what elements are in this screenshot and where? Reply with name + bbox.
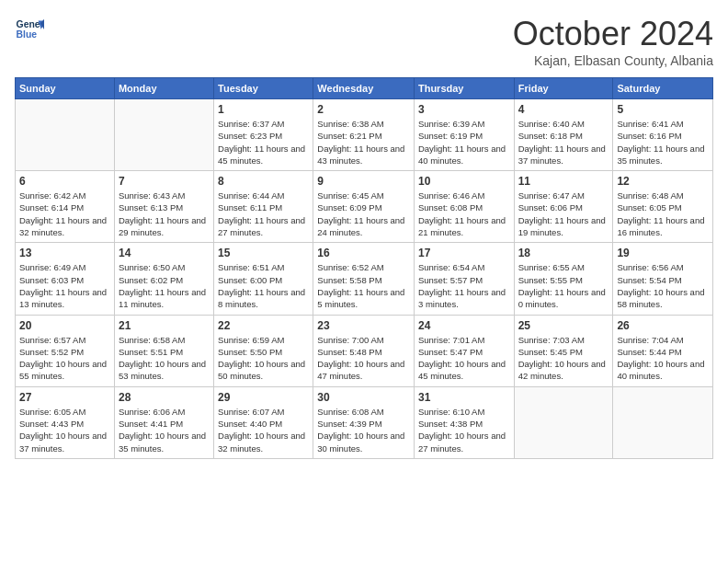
day-number: 18: [518, 247, 609, 259]
day-detail: Sunrise: 6:50 AM Sunset: 6:02 PM Dayligh…: [119, 261, 210, 310]
calendar-week-row: 20Sunrise: 6:57 AM Sunset: 5:52 PM Dayli…: [16, 315, 713, 386]
day-number: 4: [518, 103, 609, 116]
calendar-cell: 18Sunrise: 6:55 AM Sunset: 5:55 PM Dayli…: [514, 243, 613, 315]
day-number: 26: [617, 319, 709, 332]
day-detail: Sunrise: 6:08 AM Sunset: 4:39 PM Dayligh…: [317, 406, 410, 454]
day-detail: Sunrise: 6:40 AM Sunset: 6:18 PM Dayligh…: [518, 118, 609, 167]
day-detail: Sunrise: 6:07 AM Sunset: 4:40 PM Dayligh…: [218, 406, 309, 454]
day-number: 22: [218, 319, 309, 332]
calendar-cell: 3Sunrise: 6:39 AM Sunset: 6:19 PM Daylig…: [414, 99, 514, 171]
day-number: 21: [119, 319, 210, 332]
day-number: 15: [218, 247, 309, 259]
calendar-cell: [16, 99, 115, 171]
calendar-cell: [514, 386, 613, 458]
calendar-cell: 11Sunrise: 6:47 AM Sunset: 6:06 PM Dayli…: [514, 171, 613, 243]
day-number: 25: [518, 319, 609, 332]
location-subtitle: Kajan, Elbasan County, Albania: [513, 53, 713, 68]
calendar-cell: 27Sunrise: 6:05 AM Sunset: 4:43 PM Dayli…: [16, 386, 115, 458]
day-detail: Sunrise: 6:56 AM Sunset: 5:54 PM Dayligh…: [617, 261, 709, 310]
day-number: 13: [19, 247, 110, 259]
calendar-cell: 15Sunrise: 6:51 AM Sunset: 6:00 PM Dayli…: [214, 243, 313, 315]
day-number: 10: [418, 175, 510, 188]
day-detail: Sunrise: 6:37 AM Sunset: 6:23 PM Dayligh…: [218, 118, 309, 167]
calendar-week-row: 27Sunrise: 6:05 AM Sunset: 4:43 PM Dayli…: [16, 386, 713, 458]
calendar-cell: 8Sunrise: 6:44 AM Sunset: 6:11 PM Daylig…: [214, 171, 313, 243]
day-detail: Sunrise: 6:52 AM Sunset: 5:58 PM Dayligh…: [317, 261, 410, 310]
calendar-cell: 5Sunrise: 6:41 AM Sunset: 6:16 PM Daylig…: [613, 99, 713, 171]
calendar-cell: 17Sunrise: 6:54 AM Sunset: 5:57 PM Dayli…: [414, 243, 514, 315]
day-number: 31: [418, 391, 510, 404]
calendar-cell: 9Sunrise: 6:45 AM Sunset: 6:09 PM Daylig…: [313, 171, 415, 243]
day-of-week-header: Tuesday: [214, 78, 313, 99]
day-number: 3: [418, 103, 510, 116]
day-number: 7: [119, 175, 210, 188]
page-header: General Blue October 2024 Kajan, Elbasan…: [15, 15, 713, 68]
day-number: 8: [218, 175, 309, 188]
day-number: 14: [119, 247, 210, 259]
calendar-cell: 20Sunrise: 6:57 AM Sunset: 5:52 PM Dayli…: [16, 315, 115, 386]
day-detail: Sunrise: 6:48 AM Sunset: 6:05 PM Dayligh…: [617, 190, 709, 238]
calendar-cell: 22Sunrise: 6:59 AM Sunset: 5:50 PM Dayli…: [214, 315, 313, 386]
day-number: 5: [617, 103, 709, 116]
day-detail: Sunrise: 6:38 AM Sunset: 6:21 PM Dayligh…: [317, 118, 410, 167]
calendar-cell: 4Sunrise: 6:40 AM Sunset: 6:18 PM Daylig…: [514, 99, 613, 171]
calendar-cell: 30Sunrise: 6:08 AM Sunset: 4:39 PM Dayli…: [313, 386, 415, 458]
day-number: 28: [119, 391, 210, 404]
day-of-week-header: Wednesday: [313, 78, 415, 99]
calendar-week-row: 13Sunrise: 6:49 AM Sunset: 6:03 PM Dayli…: [16, 243, 713, 315]
calendar-cell: 31Sunrise: 6:10 AM Sunset: 4:38 PM Dayli…: [414, 386, 514, 458]
day-detail: Sunrise: 6:39 AM Sunset: 6:19 PM Dayligh…: [418, 118, 510, 167]
day-detail: Sunrise: 6:59 AM Sunset: 5:50 PM Dayligh…: [218, 334, 309, 383]
calendar-table: SundayMondayTuesdayWednesdayThursdayFrid…: [15, 77, 713, 459]
day-number: 23: [317, 319, 410, 332]
day-detail: Sunrise: 6:41 AM Sunset: 6:16 PM Dayligh…: [617, 118, 709, 167]
calendar-header: SundayMondayTuesdayWednesdayThursdayFrid…: [16, 78, 713, 99]
calendar-cell: 14Sunrise: 6:50 AM Sunset: 6:02 PM Dayli…: [114, 243, 213, 315]
day-number: 16: [317, 247, 410, 259]
calendar-cell: 2Sunrise: 6:38 AM Sunset: 6:21 PM Daylig…: [313, 99, 415, 171]
day-of-week-header: Thursday: [414, 78, 514, 99]
calendar-cell: 28Sunrise: 6:06 AM Sunset: 4:41 PM Dayli…: [114, 386, 213, 458]
day-number: 2: [317, 103, 410, 116]
day-detail: Sunrise: 6:47 AM Sunset: 6:06 PM Dayligh…: [518, 190, 609, 238]
day-detail: Sunrise: 6:58 AM Sunset: 5:51 PM Dayligh…: [119, 334, 210, 383]
calendar-cell: 6Sunrise: 6:42 AM Sunset: 6:14 PM Daylig…: [16, 171, 115, 243]
calendar-cell: 1Sunrise: 6:37 AM Sunset: 6:23 PM Daylig…: [214, 99, 313, 171]
day-detail: Sunrise: 6:10 AM Sunset: 4:38 PM Dayligh…: [418, 406, 510, 454]
day-of-week-header: Saturday: [613, 78, 713, 99]
calendar-cell: 25Sunrise: 7:03 AM Sunset: 5:45 PM Dayli…: [514, 315, 613, 386]
calendar-week-row: 1Sunrise: 6:37 AM Sunset: 6:23 PM Daylig…: [16, 99, 713, 171]
calendar-cell: 24Sunrise: 7:01 AM Sunset: 5:47 PM Dayli…: [414, 315, 514, 386]
month-title: October 2024: [513, 15, 713, 53]
day-detail: Sunrise: 6:45 AM Sunset: 6:09 PM Dayligh…: [317, 190, 410, 238]
day-detail: Sunrise: 7:00 AM Sunset: 5:48 PM Dayligh…: [317, 334, 410, 383]
day-detail: Sunrise: 7:04 AM Sunset: 5:44 PM Dayligh…: [617, 334, 709, 383]
day-detail: Sunrise: 6:51 AM Sunset: 6:00 PM Dayligh…: [218, 261, 309, 310]
calendar-cell: 7Sunrise: 6:43 AM Sunset: 6:13 PM Daylig…: [114, 171, 213, 243]
calendar-cell: [114, 99, 213, 171]
day-number: 29: [218, 391, 309, 404]
calendar-cell: 29Sunrise: 6:07 AM Sunset: 4:40 PM Dayli…: [214, 386, 313, 458]
day-detail: Sunrise: 6:42 AM Sunset: 6:14 PM Dayligh…: [19, 190, 110, 238]
day-detail: Sunrise: 6:05 AM Sunset: 4:43 PM Dayligh…: [19, 406, 110, 454]
day-detail: Sunrise: 7:01 AM Sunset: 5:47 PM Dayligh…: [418, 334, 510, 383]
calendar-cell: 12Sunrise: 6:48 AM Sunset: 6:05 PM Dayli…: [613, 171, 713, 243]
day-number: 30: [317, 391, 410, 404]
logo-icon: General Blue: [15, 15, 44, 44]
calendar-cell: [613, 386, 713, 458]
day-detail: Sunrise: 6:54 AM Sunset: 5:57 PM Dayligh…: [418, 261, 510, 310]
calendar-cell: 16Sunrise: 6:52 AM Sunset: 5:58 PM Dayli…: [313, 243, 415, 315]
day-of-week-header: Monday: [114, 78, 213, 99]
day-number: 24: [418, 319, 510, 332]
svg-text:Blue: Blue: [17, 29, 38, 40]
day-number: 11: [518, 175, 609, 188]
title-block: October 2024 Kajan, Elbasan County, Alba…: [513, 15, 713, 68]
day-number: 6: [19, 175, 110, 188]
day-of-week-header: Friday: [514, 78, 613, 99]
day-number: 1: [218, 103, 309, 116]
day-detail: Sunrise: 6:06 AM Sunset: 4:41 PM Dayligh…: [119, 406, 210, 454]
day-number: 19: [617, 247, 709, 259]
day-detail: Sunrise: 6:49 AM Sunset: 6:03 PM Dayligh…: [19, 261, 110, 310]
day-number: 12: [617, 175, 709, 188]
calendar-cell: 10Sunrise: 6:46 AM Sunset: 6:08 PM Dayli…: [414, 171, 514, 243]
